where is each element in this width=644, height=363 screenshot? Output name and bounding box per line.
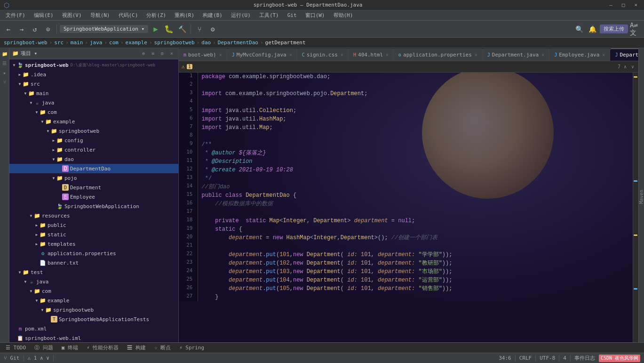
tree-item-test-java[interactable]: ▼ ☕ java: [9, 277, 178, 286]
git-btn[interactable]: ⑂: [194, 24, 205, 35]
menu-item[interactable]: 导航(N): [87, 11, 114, 20]
line-code[interactable]: /**: [198, 140, 633, 149]
menu-item[interactable]: 帮助(H): [330, 11, 357, 20]
bookmark-icon[interactable]: ★: [1, 69, 8, 76]
tree-item-templates[interactable]: ▶ 📁 templates: [9, 239, 178, 249]
tab-close-btn[interactable]: ×: [219, 52, 222, 57]
translate-btn[interactable]: A⇌文: [630, 24, 641, 35]
menu-item[interactable]: 分析(Z): [143, 11, 170, 20]
line-code[interactable]: department.put(103,new Department( id: 1…: [198, 267, 633, 276]
build-btn[interactable]: 🔨: [176, 24, 188, 35]
line-code[interactable]: * @Description: [198, 157, 633, 166]
tree-item-employee[interactable]: E Employee: [9, 192, 178, 202]
menu-item[interactable]: 重构(R): [171, 11, 198, 20]
line-code[interactable]: package com.example.springbootweb.dao;: [198, 73, 633, 81]
tab-close-btn[interactable]: ×: [475, 52, 477, 57]
line-code[interactable]: */: [198, 174, 633, 183]
tree-item-main[interactable]: ▼ 📁 main: [9, 89, 178, 98]
crlf-status[interactable]: CRLF: [519, 355, 532, 361]
nav-forward-btn[interactable]: →: [16, 24, 27, 35]
tab-signin-css[interactable]: C signin.css ×: [297, 48, 349, 61]
git-status[interactable]: ⑂ Git: [4, 355, 20, 361]
menu-item[interactable]: 编辑(E): [30, 11, 57, 20]
menu-item[interactable]: 运行(U): [227, 11, 254, 20]
right-margin[interactable]: [633, 73, 638, 342]
tree-item-config[interactable]: ▶ 📁 config: [9, 136, 178, 145]
titlebar-controls[interactable]: — □ ×: [606, 2, 640, 8]
tab-404-html[interactable]: H 404.html ×: [349, 48, 394, 61]
run-config-selector[interactable]: SpringbootWebApplication ▾: [60, 25, 148, 33]
menu-item[interactable]: 工具(T): [255, 11, 283, 20]
tree-item-springbootwebapp[interactable]: 🍃 SpringbootWebApplication: [9, 202, 178, 211]
line-code[interactable]: //部门dao: [198, 183, 633, 191]
bc-springbootweb[interactable]: springbootweb: [154, 40, 195, 46]
tab-close-btn[interactable]: ×: [541, 52, 544, 57]
tree-item-com[interactable]: ▼ 📁 com: [9, 107, 178, 117]
line-code[interactable]: * @author ${落落之}: [198, 149, 633, 157]
upload-btn[interactable]: 搜索上传: [600, 24, 628, 33]
search-btn[interactable]: 🔍: [573, 24, 585, 35]
tree-item-idea[interactable]: ▶ 📁 .idea: [9, 70, 178, 79]
tree-item-src[interactable]: ▼ 📁 src: [9, 79, 178, 89]
warnings-status[interactable]: ⚠ 1 ∧ ∨: [28, 355, 49, 361]
event-log-status[interactable]: 事件日志: [574, 355, 595, 362]
bc-departmentdao[interactable]: DepartmentDao: [218, 40, 258, 46]
tree-item-tests[interactable]: T SpringbootWebApplicationTests: [9, 315, 178, 324]
maven-panel[interactable]: Maven: [638, 48, 644, 342]
breakpoints-tab[interactable]: ☆ 断点: [151, 344, 175, 352]
tree-item-departmentdao[interactable]: D DepartmentDao: [9, 164, 178, 173]
line-code[interactable]: [198, 81, 633, 89]
tab-departmentdao-java[interactable]: J DepartmentDao.java ×: [610, 48, 638, 61]
tree-item-controller[interactable]: ▶ 📁 controller: [9, 145, 178, 154]
tab-boot-web[interactable]: m boot-web) ×: [179, 48, 227, 61]
refresh-btn[interactable]: ↺: [29, 24, 40, 35]
line-code[interactable]: department = new HashMap<Integer,Departm…: [198, 234, 633, 242]
minimize-btn[interactable]: —: [606, 2, 615, 8]
line-code[interactable]: import java.util.Map;: [198, 123, 633, 132]
tree-item-test-springbootweb[interactable]: ▼ 📁 springbootweb: [9, 305, 178, 315]
menu-item[interactable]: Git: [284, 11, 301, 19]
line-code[interactable]: [198, 208, 633, 217]
tab-application-properties[interactable]: ⚙ application.properties ×: [394, 48, 483, 61]
menu-item[interactable]: 视图(V): [58, 11, 86, 20]
line-code[interactable]: static {: [198, 225, 633, 234]
indent-status[interactable]: 4: [563, 355, 566, 361]
structure-icon[interactable]: ☰: [1, 59, 8, 67]
tree-item-springbootweb[interactable]: ▼ 📁 springbootweb: [9, 126, 178, 136]
tree-item-test[interactable]: ▼ 📁 test: [9, 267, 178, 277]
notifications-btn[interactable]: 🔔: [587, 24, 598, 35]
tree-item-pojo[interactable]: ▼ 📁 pojo: [9, 173, 178, 183]
line-code[interactable]: import java.util.Collection;: [198, 106, 633, 115]
bc-main[interactable]: main: [71, 40, 83, 46]
menu-item[interactable]: 代码(C): [115, 11, 142, 20]
project-close-btn[interactable]: ×: [168, 50, 175, 57]
menu-item[interactable]: 文件(F): [2, 11, 29, 20]
tree-item-dao[interactable]: ▼ 📁 dao: [9, 154, 178, 164]
tree-item-pom[interactable]: m pom.xml: [9, 324, 178, 333]
nav-up-btn[interactable]: ∧: [622, 64, 628, 70]
tab-mymvcconfig[interactable]: J MyMvcConfig.java ×: [227, 48, 297, 61]
bc-java[interactable]: java: [90, 40, 103, 46]
line-code[interactable]: import com.example.springbootweb.pojo.De…: [198, 89, 633, 98]
line-code[interactable]: }: [198, 293, 633, 301]
terminal-tab[interactable]: ▣ 终端: [58, 344, 82, 352]
line-code[interactable]: department.put(101,new Department( id: 1…: [198, 250, 633, 259]
bc-src[interactable]: src: [54, 40, 64, 46]
project-icon[interactable]: 📁: [1, 50, 8, 57]
tab-close-btn[interactable]: ×: [386, 52, 389, 57]
line-code[interactable]: private static Map<Integer, Department> …: [198, 217, 633, 225]
tree-item-appprops[interactable]: ⚙ application.properties: [9, 249, 178, 258]
profiler-tab[interactable]: ⚡ 性能分析器: [83, 344, 122, 352]
maximize-btn[interactable]: □: [619, 2, 628, 8]
bc-springboot-web[interactable]: springboot-web: [4, 40, 48, 46]
tree-item-java[interactable]: ▼ ☕ java: [9, 98, 178, 107]
close-btn[interactable]: ×: [631, 2, 640, 8]
bc-com[interactable]: com: [109, 40, 119, 46]
nav-down-btn[interactable]: ∨: [630, 64, 636, 70]
vcs-icon[interactable]: ⑂: [1, 78, 8, 86]
problems-tab[interactable]: ⓪ 问题: [31, 344, 57, 352]
tree-item-bannertxt[interactable]: 📄 banner.txt: [9, 258, 178, 267]
charset-status[interactable]: UTF-8: [540, 355, 555, 361]
tree-item-test-com[interactable]: ▼ 📁 com: [9, 286, 178, 296]
bc-dao[interactable]: dao: [201, 40, 211, 46]
